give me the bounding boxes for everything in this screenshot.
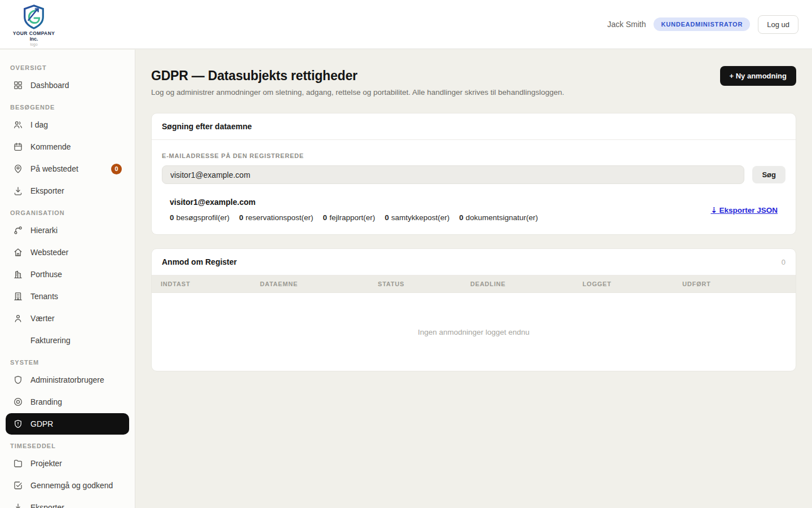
dashboard-grid-icon: [13, 80, 23, 90]
register-count: 0: [782, 258, 785, 266]
column-deadline: DEADLINE: [470, 281, 582, 287]
sidebar-item-branding[interactable]: Branding: [6, 391, 129, 413]
count-value: 0: [239, 213, 244, 222]
no-icon-spacer: [13, 335, 23, 345]
home-icon: [13, 247, 23, 257]
sidebar-item-administratorbrugere[interactable]: Administratorbrugere: [6, 369, 129, 391]
buildings-icon: [13, 269, 23, 279]
users-icon: [13, 120, 23, 130]
sidebar-item-label: Værter: [30, 314, 55, 323]
page-subtitle: Log og administrer anmodninger om sletni…: [151, 88, 564, 97]
download-icon: [13, 186, 23, 196]
column-logget: LOGGET: [582, 281, 682, 287]
new-request-button[interactable]: + Ny anmodning: [720, 66, 796, 86]
register-card-title: Anmod om Register: [162, 257, 237, 266]
sidebar-item-dashboard[interactable]: Dashboard: [6, 75, 129, 96]
count-label: reservationspost(er): [246, 213, 314, 222]
folder-icon: [13, 458, 23, 468]
sidebar-section-timeseddel: TIMESEDDEL: [10, 443, 125, 449]
sidebar-item-label: GDPR: [30, 419, 53, 428]
logo-text-line1: YOUR COMPANY: [13, 30, 55, 36]
count-value: 0: [323, 213, 328, 222]
sidebar-item-pa-webstedet[interactable]: På webstedet 0: [6, 158, 129, 179]
sidebar-item-label: Fakturering: [30, 336, 70, 345]
export-json-label: Eksporter JSON: [719, 206, 778, 214]
export-json-link[interactable]: ⇣ Eksporter JSON: [710, 205, 778, 214]
count-dokumentsignatur: 0 dokumentsignatur(er): [459, 213, 538, 222]
shield-icon: [13, 375, 23, 385]
sidebar-section-system: SYSTEM: [10, 359, 125, 366]
sidebar-item-hierarki[interactable]: Hierarki: [6, 220, 129, 241]
column-status: STATUS: [378, 281, 470, 287]
sidebar-item-projekter[interactable]: Projekter: [6, 453, 129, 474]
count-value: 0: [170, 213, 174, 222]
sidebar-item-vaerter[interactable]: Værter: [6, 308, 129, 329]
count-fejlrapport: 0 fejlrapport(er): [323, 213, 376, 222]
register-card: Anmod om Register 0 INDTAST DATAEMNE STA…: [151, 248, 796, 371]
logo-text-line3: logo: [30, 42, 37, 46]
count-label: fejlrapport(er): [329, 213, 375, 222]
user-name: Jack Smith: [607, 20, 646, 29]
sidebar-item-gdpr[interactable]: GDPR: [6, 413, 129, 435]
sidebar-item-label: På webstedet: [30, 164, 78, 173]
column-indtast: INDTAST: [161, 281, 260, 287]
sidebar-section-besogende: BESØGENDE: [10, 104, 125, 111]
top-header: YOUR COMPANY Inc. logo Jack Smith KUNDEA…: [0, 0, 812, 49]
main-content: GDPR — Datasubjekts rettigheder Log og a…: [135, 50, 812, 508]
sidebar-item-label: Porthuse: [30, 270, 62, 279]
target-icon: [13, 397, 23, 407]
requests-table-header: INDTAST DATAEMNE STATUS DEADLINE LOGGET …: [152, 275, 796, 293]
sidebar-item-label: Kommende: [30, 142, 71, 151]
empty-state-text: Ingen anmodninger logget endnu: [418, 328, 529, 336]
logout-button[interactable]: Log ud: [758, 15, 798, 34]
page-title: GDPR — Datasubjekts rettigheder: [151, 68, 564, 84]
office-building-icon: [13, 291, 23, 301]
hierarchy-icon: [13, 225, 23, 235]
sidebar-item-fakturering[interactable]: Fakturering: [6, 330, 129, 351]
search-card: Søgning efter dataemne E-MAILADRESSE PÅ …: [151, 113, 796, 235]
person-icon: [13, 313, 23, 323]
logo-text-line2: Inc.: [30, 36, 38, 42]
sidebar-item-tenants[interactable]: Tenants: [6, 286, 129, 307]
company-logo-icon: [21, 4, 47, 30]
email-field-label: E-MAILADRESSE PÅ DEN REGISTREREDE: [162, 152, 785, 159]
search-button[interactable]: Søg: [752, 166, 785, 183]
sidebar-item-label: Eksporter: [30, 186, 64, 195]
column-udfort: UDFØRT: [682, 281, 787, 287]
sidebar: OVERSIGT Dashboard BESØGENDE I dag Komme…: [0, 50, 135, 508]
count-value: 0: [459, 213, 464, 222]
sidebar-item-kommende[interactable]: Kommende: [6, 136, 129, 157]
sidebar-item-label: I dag: [30, 120, 48, 129]
count-label: samtykkepost(er): [391, 213, 450, 222]
sidebar-item-label: Tenants: [30, 292, 58, 301]
count-label: dokumentsignatur(er): [466, 213, 538, 222]
sidebar-item-eksporter-timeseddel[interactable]: Eksporter: [6, 497, 129, 508]
on-site-count-badge: 0: [111, 164, 122, 174]
sidebar-item-gennemga-og-godkend[interactable]: Gennemgå og godkend: [6, 475, 129, 496]
count-reservationspost: 0 reservationspost(er): [239, 213, 314, 222]
sidebar-item-label: Eksporter: [30, 503, 64, 508]
sidebar-item-websteder[interactable]: Websteder: [6, 242, 129, 263]
result-email: visitor1@example.com: [170, 198, 538, 207]
email-input[interactable]: [162, 165, 744, 184]
sidebar-item-label: Hierarki: [30, 226, 58, 235]
shield-alert-icon: [13, 419, 23, 429]
requests-table-empty-state: Ingen anmodninger logget endnu: [152, 293, 796, 371]
sidebar-item-i-dag[interactable]: I dag: [6, 114, 129, 135]
check-square-icon: [13, 480, 23, 491]
sidebar-item-porthuse[interactable]: Porthuse: [6, 264, 129, 285]
company-logo: YOUR COMPANY Inc. logo: [11, 4, 56, 46]
count-value: 0: [385, 213, 389, 222]
count-samtykkepost: 0 samtykkepost(er): [385, 213, 449, 222]
download-arrow-icon: ⇣: [710, 206, 717, 214]
column-dataemne: DATAEMNE: [260, 281, 378, 287]
sidebar-item-label: Branding: [30, 397, 62, 406]
download-icon: [13, 502, 23, 508]
sidebar-section-oversigt: OVERSIGT: [10, 64, 125, 71]
search-card-title: Søgning efter dataemne: [162, 122, 251, 131]
sidebar-item-label: Gennemgå og godkend: [30, 481, 113, 490]
sidebar-item-label: Projekter: [30, 459, 62, 468]
sidebar-item-eksporter-besogende[interactable]: Eksporter: [6, 180, 129, 202]
map-pin-icon: [13, 164, 23, 174]
sidebar-section-organisation: ORGANISATION: [10, 209, 125, 216]
